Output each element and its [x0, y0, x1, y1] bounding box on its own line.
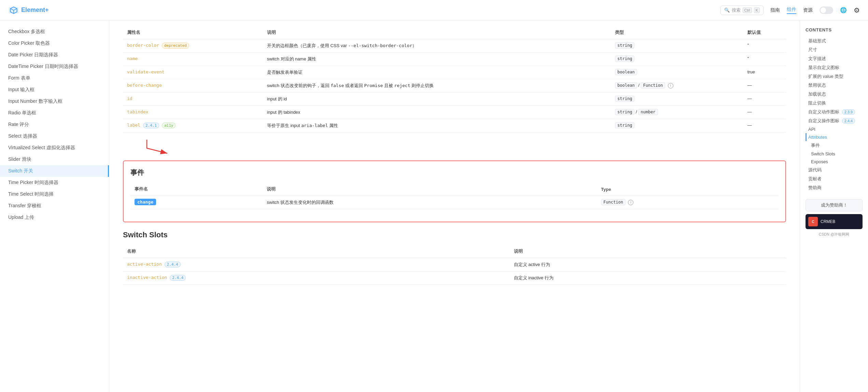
- right-panel: CONTENTS 基础形式 尺寸 文字描述 显示自定义图标 扩展的 value …: [800, 20, 868, 392]
- slot-name: active-action 2.4.4: [123, 258, 510, 271]
- attr-desc: 等价于原生 input aria-label 属性: [263, 119, 611, 132]
- toc-item-zuzhi[interactable]: 阻止切换: [806, 99, 863, 108]
- slots-col-desc: 说明: [510, 245, 786, 258]
- slot-version-badge: 2.4.4: [170, 275, 186, 281]
- attr-desc: 开关的边框颜色（已废弃，使用 CSS var --el-switch-borde…: [263, 39, 611, 53]
- sidebar-item-virtualizedselect[interactable]: Virtualized Select 虚拟化选择器: [0, 142, 109, 154]
- search-box[interactable]: 🔍 搜索 Ctrl K: [720, 5, 764, 15]
- sidebar-item-switch[interactable]: Switch 开关: [0, 165, 109, 177]
- sidebar-item-inputnumber[interactable]: Input Number 数字输入框: [0, 96, 109, 107]
- sidebar-item-colorpicker[interactable]: Color Picker 取色器: [0, 38, 109, 49]
- sidebar-item-timeselect[interactable]: Time Select 时间选择: [0, 188, 109, 200]
- toc-item-yuandaima[interactable]: 源代码: [806, 166, 863, 174]
- attr-type: string / number: [611, 106, 743, 119]
- become-sponsor-button[interactable]: 成为赞助商！: [806, 199, 863, 211]
- theme-toggle[interactable]: [820, 6, 833, 14]
- sidebar: Checkbox 多选框 Color Picker 取色器 Date Picke…: [0, 20, 109, 392]
- sidebar-item-form[interactable]: Form 表单: [0, 72, 109, 84]
- slot-desc: 自定义 active 行为: [510, 258, 786, 271]
- attr-default: —: [743, 93, 786, 106]
- attr-type: string: [611, 119, 743, 132]
- event-info-icon[interactable]: i: [628, 200, 633, 205]
- nav-right: 🔍 搜索 Ctrl K 指南 组件 资源 🌐 ⚙: [720, 5, 860, 15]
- toc-item-zidingyi-caozuo[interactable]: 自定义操作图标 2.4.4: [806, 116, 863, 125]
- sidebar-item-rate[interactable]: Rate 评分: [0, 119, 109, 130]
- sidebar-item-checkbox[interactable]: Checkbox 多选框: [0, 26, 109, 38]
- logo[interactable]: Element+: [8, 5, 49, 16]
- attr-type: boolean / Function i: [611, 79, 743, 93]
- toc-item-attributes[interactable]: Attributes: [806, 133, 863, 141]
- event-type: Function i: [597, 196, 779, 209]
- github-icon[interactable]: ⚙: [854, 6, 860, 14]
- footer-text: CSDN @许银网网: [806, 232, 863, 237]
- toc-item-zanzhushan[interactable]: 赞助商: [806, 183, 863, 192]
- attr-name: before-change: [123, 79, 263, 93]
- sidebar-item-timepicker[interactable]: Time Picker 时间选择器: [0, 177, 109, 188]
- attr-desc: input 的 tabindex: [263, 106, 611, 119]
- attr-type: string: [611, 39, 743, 53]
- sidebar-item-radio[interactable]: Radio 单选框: [0, 107, 109, 119]
- sidebar-item-select[interactable]: Select 选择器: [0, 130, 109, 142]
- attr-default: '': [743, 39, 786, 53]
- attr-desc: 是否触发表单验证: [263, 66, 611, 79]
- sidebar-item-datepicker[interactable]: Date Picker 日期选择器: [0, 49, 109, 61]
- sidebar-item-input[interactable]: Input 输入框: [0, 84, 109, 96]
- attr-desc: switch 状态改变前的钩子，返回 false 或者返回 Promise 且被…: [263, 79, 611, 93]
- toc-item-gongxianzhe[interactable]: 贡献者: [806, 174, 863, 183]
- attributes-table: 属性名 说明 类型 默认值 border-color deprecated 开关…: [123, 26, 786, 132]
- arrow-area: [123, 138, 786, 155]
- crmeb-logo: C: [808, 217, 818, 226]
- crmeb-ad[interactable]: C CRMEB: [806, 214, 863, 229]
- switch-slots-section: Switch Slots 名称 说明 active-action 2.4.4 自…: [123, 230, 786, 285]
- sponsor-section: 成为赞助商！ C CRMEB CSDN @许银网网: [806, 199, 863, 237]
- sidebar-item-slider[interactable]: Slider 滑块: [0, 154, 109, 165]
- toc-item-chicun[interactable]: 尺寸: [806, 45, 863, 54]
- info-icon[interactable]: i: [668, 83, 673, 88]
- attr-type: boolean: [611, 66, 743, 79]
- toc-item-api[interactable]: API: [806, 125, 863, 133]
- table-row: inactive-action 2.4.4 自定义 inactive 行为: [123, 271, 786, 285]
- kbd-ctrl: Ctrl: [743, 8, 752, 13]
- attr-default: true: [743, 66, 786, 79]
- toc-item-exposes[interactable]: Exposes: [806, 158, 863, 166]
- red-arrow: [143, 138, 184, 155]
- toc-item-shijian[interactable]: 事件: [806, 141, 863, 150]
- event-desc: switch 状态发生变化时的回调函数: [263, 196, 597, 209]
- kbd-k: K: [754, 8, 760, 13]
- col-type: 类型: [611, 26, 743, 39]
- attr-name: name: [123, 53, 263, 66]
- sidebar-item-transfer[interactable]: Transfer 穿梭框: [0, 200, 109, 212]
- toc-item-zidingyi-dongzuo[interactable]: 自定义动作图标 2.3.9: [806, 108, 863, 116]
- sidebar-item-upload[interactable]: Upload 上传: [0, 212, 109, 223]
- switch-slots-table: 名称 说明 active-action 2.4.4 自定义 active 行为: [123, 245, 786, 285]
- toc-item-jicchuxingshi[interactable]: 基础形式: [806, 37, 863, 45]
- attr-desc: input 的 id: [263, 93, 611, 106]
- nav-guide[interactable]: 指南: [770, 7, 780, 13]
- events-section-title: 事件: [130, 168, 779, 177]
- slot-name: inactive-action 2.4.4: [123, 271, 510, 285]
- main-content: 属性名 说明 类型 默认值 border-color deprecated 开关…: [109, 20, 800, 392]
- toc-item-jiazai[interactable]: 加载状态: [806, 90, 863, 99]
- search-label: 搜索: [732, 7, 741, 13]
- col-desc: 说明: [263, 26, 611, 39]
- col-name: 属性名: [123, 26, 263, 39]
- attr-default: —: [743, 106, 786, 119]
- language-icon[interactable]: 🌐: [840, 7, 847, 13]
- nav-resource[interactable]: 资源: [803, 7, 813, 13]
- switch-slots-title: Switch Slots: [123, 230, 786, 239]
- version-badge-a11y: a11y: [162, 123, 176, 128]
- table-row: border-color deprecated 开关的边框颜色（已废弃，使用 C…: [123, 39, 786, 53]
- function-type-tag: Function: [601, 199, 626, 205]
- toc-item-wenzimiaosu[interactable]: 文字描述: [806, 54, 863, 63]
- deprecated-badge: deprecated: [162, 43, 189, 48]
- nav-component[interactable]: 组件: [787, 6, 796, 14]
- attr-default: —: [743, 79, 786, 93]
- toc-item-xianshizidingyi[interactable]: 显示自定义图标: [806, 63, 863, 72]
- attr-name: validate-event: [123, 66, 263, 79]
- event-name: change: [130, 196, 263, 209]
- toc-item-kuozhanyvalue[interactable]: 扩展的 value 类型: [806, 72, 863, 81]
- toc-item-jinyong[interactable]: 禁用状态: [806, 81, 863, 90]
- toc-item-switchslots[interactable]: Switch Slots: [806, 150, 863, 158]
- logo-text: Element+: [21, 6, 49, 14]
- sidebar-item-datetimepicker[interactable]: DateTime Picker 日期时间选择器: [0, 61, 109, 72]
